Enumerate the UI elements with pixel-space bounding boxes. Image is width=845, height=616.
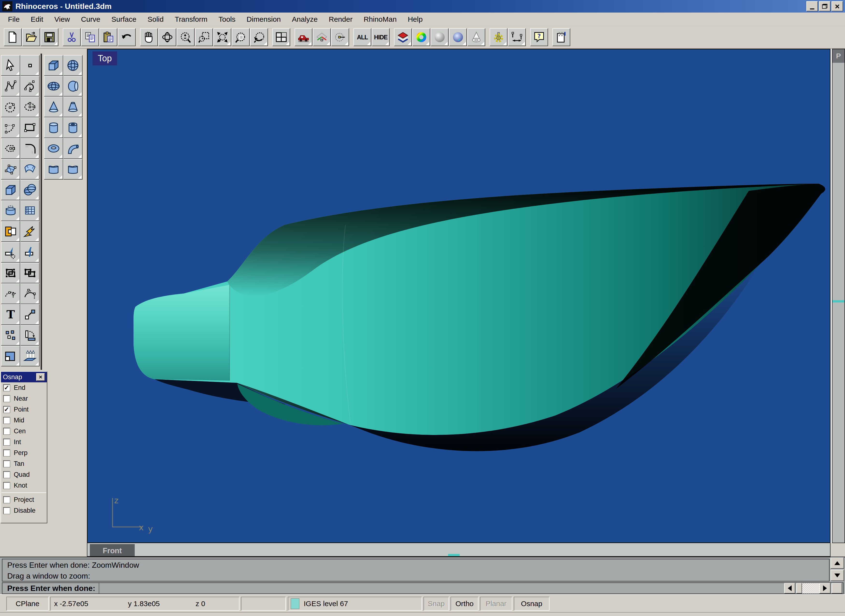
- spotlight-button[interactable]: [467, 28, 485, 46]
- copy-objects-button[interactable]: [1, 325, 20, 346]
- paraboloid-button[interactable]: [63, 76, 82, 97]
- status-toggle-ortho[interactable]: Ortho: [450, 597, 478, 611]
- cap-extrusion-button[interactable]: [63, 159, 82, 180]
- osnap-checkbox-disable[interactable]: [3, 507, 10, 514]
- sphere-button[interactable]: [63, 55, 82, 76]
- osnap-checkbox-project[interactable]: [3, 497, 10, 503]
- ellipse-button[interactable]: [20, 97, 40, 117]
- text-button[interactable]: T: [1, 304, 20, 325]
- zoom-button[interactable]: [177, 28, 195, 46]
- menu-item-curve[interactable]: Curve: [76, 15, 106, 23]
- trim-button[interactable]: [1, 242, 20, 263]
- scrollbar-track[interactable]: [802, 583, 819, 594]
- car-button[interactable]: [295, 28, 312, 46]
- paste-button[interactable]: [100, 28, 117, 46]
- osnap-checkbox-cen[interactable]: [3, 428, 10, 434]
- undo-view-button[interactable]: [250, 28, 268, 46]
- cplane-button[interactable]: CPlane: [6, 597, 49, 611]
- save-button[interactable]: [41, 28, 59, 46]
- split-button[interactable]: [20, 242, 40, 263]
- point-button[interactable]: [20, 55, 40, 76]
- menu-item-rhinoman[interactable]: RhinoMan: [358, 15, 402, 23]
- torus-button[interactable]: [44, 138, 63, 159]
- surface-sweep-button[interactable]: [20, 159, 40, 180]
- open-file-button[interactable]: [22, 28, 40, 46]
- viewport-canvas[interactable]: z x y: [88, 50, 830, 543]
- revolve-button[interactable]: [1, 200, 20, 221]
- menu-item-solid[interactable]: Solid: [142, 15, 169, 23]
- solid-spheres-button[interactable]: [20, 180, 40, 200]
- box-button[interactable]: [44, 55, 63, 76]
- viewport-layout-button[interactable]: [272, 28, 290, 46]
- perspective-viewport-edge[interactable]: P: [832, 49, 845, 543]
- rotate-button[interactable]: [20, 325, 40, 346]
- minimize-button[interactable]: [806, 1, 818, 11]
- viewport-title-perspective[interactable]: P: [832, 49, 845, 63]
- surface-points-button[interactable]: [1, 159, 20, 180]
- status-toggle-planar[interactable]: Planar: [480, 597, 512, 611]
- polyline-button[interactable]: [1, 76, 20, 97]
- title-bar[interactable]: Rhinoceros - Untitled.3dm ×: [0, 0, 845, 13]
- render-sphere-button[interactable]: [449, 28, 467, 46]
- viewport-title-front[interactable]: Front: [90, 544, 135, 557]
- osnap-title-bar[interactable]: Osnap ×: [1, 372, 47, 382]
- undo-button[interactable]: [118, 28, 136, 46]
- truncated-cone-button[interactable]: [63, 97, 82, 117]
- shade-sphere-button[interactable]: [431, 28, 449, 46]
- copy-button[interactable]: [81, 28, 99, 46]
- osnap-checkbox-perp[interactable]: [3, 450, 10, 456]
- osnap-checkbox-near[interactable]: [3, 395, 10, 402]
- osnap-checkbox-quad[interactable]: [3, 471, 10, 478]
- scroll-up-button[interactable]: [830, 557, 844, 569]
- osnap-checkbox-knot[interactable]: [3, 482, 10, 489]
- scrollbar-thumb[interactable]: [796, 583, 802, 594]
- cut-button[interactable]: [63, 28, 81, 46]
- layer-button[interactable]: IGES level 67: [288, 597, 422, 611]
- mesh-button[interactable]: [20, 200, 40, 221]
- hide-button[interactable]: HIDE: [372, 28, 390, 46]
- fillet-button[interactable]: [20, 138, 40, 159]
- help-button[interactable]: ?: [530, 28, 548, 46]
- rebuild-curve-button[interactable]: [20, 283, 40, 304]
- options-gear-button[interactable]: [490, 28, 508, 46]
- polygon-button[interactable]: [1, 138, 20, 159]
- viewport-title-top[interactable]: Top: [92, 51, 117, 65]
- print-button[interactable]: [552, 28, 570, 46]
- scroll-down-button[interactable]: [830, 570, 844, 581]
- ungroup-button[interactable]: [20, 263, 40, 283]
- pan-button[interactable]: [140, 28, 158, 46]
- osnap-checkbox-point[interactable]: ✓: [3, 406, 10, 413]
- close-button[interactable]: ×: [832, 1, 843, 11]
- osnap-checkbox-end[interactable]: ✓: [3, 384, 10, 391]
- group-button[interactable]: [1, 263, 20, 283]
- menu-item-tools[interactable]: Tools: [213, 15, 241, 23]
- menu-item-surface[interactable]: Surface: [106, 15, 142, 23]
- pipe-button[interactable]: [63, 138, 82, 159]
- tube-button[interactable]: [63, 117, 82, 138]
- move-button[interactable]: [20, 304, 40, 325]
- edit-points-button[interactable]: [1, 283, 20, 304]
- dimension-button[interactable]: [508, 28, 526, 46]
- zoom-extents-button[interactable]: [213, 28, 231, 46]
- curve-button[interactable]: [20, 76, 40, 97]
- top-viewport[interactable]: z x y Top: [87, 49, 830, 543]
- extrude-button[interactable]: [20, 346, 40, 367]
- zoom-selected-button[interactable]: [232, 28, 249, 46]
- select-all-button[interactable]: ALL: [354, 28, 371, 46]
- menu-item-edit[interactable]: Edit: [25, 15, 49, 23]
- menu-item-transform[interactable]: Transform: [169, 15, 213, 23]
- color-wheel-button[interactable]: [412, 28, 430, 46]
- status-toggle-osnap[interactable]: Osnap: [514, 597, 550, 611]
- front-viewport-edge[interactable]: Front: [87, 543, 830, 557]
- circle-button[interactable]: [1, 97, 20, 117]
- osnap-checkbox-mid[interactable]: [3, 417, 10, 424]
- arc-button[interactable]: [1, 117, 20, 138]
- menu-item-analyze[interactable]: Analyze: [286, 15, 323, 23]
- restore-button[interactable]: [819, 1, 830, 11]
- osnap-checkbox-tan[interactable]: [3, 461, 10, 467]
- solid-box-button[interactable]: [1, 180, 20, 200]
- point-circle-button[interactable]: [331, 28, 349, 46]
- menu-item-view[interactable]: View: [49, 15, 75, 23]
- ellipsoid-button[interactable]: [44, 76, 63, 97]
- status-toggle-snap[interactable]: Snap: [424, 597, 449, 611]
